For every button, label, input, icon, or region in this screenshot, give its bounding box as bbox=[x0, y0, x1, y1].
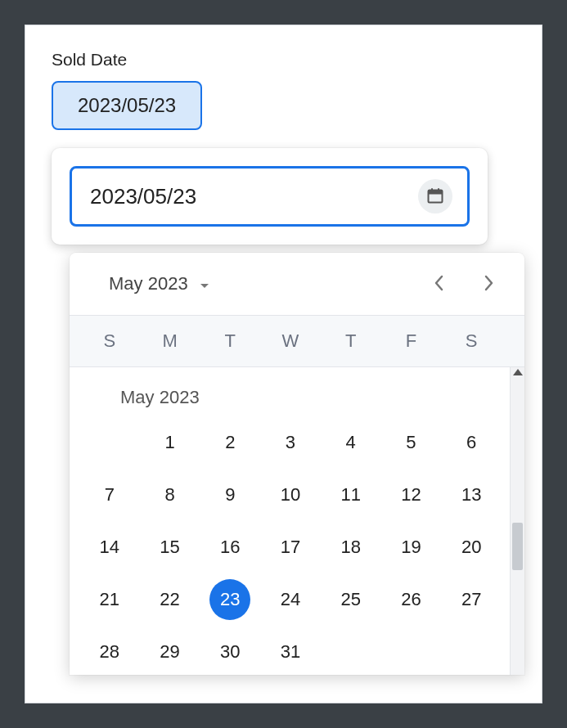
day-cell[interactable]: 5 bbox=[381, 420, 442, 465]
day-cell[interactable]: 14 bbox=[79, 524, 140, 570]
day-cell[interactable]: 24 bbox=[260, 577, 321, 622]
day-cell[interactable]: 13 bbox=[441, 472, 502, 518]
day-cell[interactable]: 6 bbox=[441, 420, 502, 465]
weekday-header-row: SMTWTFS bbox=[70, 315, 524, 367]
day-cell[interactable]: 8 bbox=[140, 472, 200, 518]
calendar-body: May 2023 .123456789101112131415161718192… bbox=[70, 367, 510, 675]
weekday-cell: F bbox=[381, 330, 442, 352]
day-cell[interactable]: 10 bbox=[260, 472, 321, 518]
day-cell[interactable]: 27 bbox=[441, 577, 502, 622]
day-cell[interactable]: 20 bbox=[441, 524, 502, 570]
day-cell[interactable]: 7 bbox=[79, 472, 140, 518]
scrollbar-thumb[interactable] bbox=[512, 523, 523, 570]
month-year-label: May 2023 bbox=[109, 273, 188, 294]
day-cell[interactable]: 4 bbox=[321, 420, 381, 465]
day-cell[interactable]: 25 bbox=[321, 577, 381, 622]
month-year-dropdown[interactable]: May 2023 bbox=[109, 273, 209, 294]
chevron-right-icon bbox=[483, 275, 494, 294]
chevron-left-icon bbox=[434, 275, 445, 294]
date-input-value: 2023/05/23 bbox=[90, 184, 196, 209]
day-cell[interactable]: 30 bbox=[200, 629, 260, 675]
day-cell[interactable]: 29 bbox=[140, 629, 200, 675]
weekday-cell: S bbox=[79, 330, 140, 352]
weekday-cell: W bbox=[260, 330, 321, 352]
day-cell-empty: . bbox=[79, 420, 140, 465]
svg-rect-1 bbox=[429, 190, 443, 194]
calendar-popup: May 2023 SMTWTFS bbox=[70, 253, 524, 675]
day-cell[interactable]: 21 bbox=[79, 577, 140, 622]
calendar-icon-button[interactable] bbox=[418, 179, 452, 213]
day-cell[interactable]: 31 bbox=[260, 629, 321, 675]
svg-rect-2 bbox=[431, 188, 433, 191]
calendar-nav bbox=[426, 271, 502, 297]
day-cell[interactable]: 19 bbox=[381, 524, 442, 570]
form-panel: Sold Date 2023/05/23 2023/05/23 May 2023 bbox=[25, 25, 542, 703]
day-cell[interactable]: 3 bbox=[260, 420, 321, 465]
day-cell[interactable]: 18 bbox=[321, 524, 381, 570]
month-section-label: May 2023 bbox=[79, 369, 502, 420]
day-cell[interactable]: 23 bbox=[200, 577, 260, 622]
sold-date-chip[interactable]: 2023/05/23 bbox=[52, 81, 202, 130]
weekday-cell: T bbox=[321, 330, 381, 352]
day-cell[interactable]: 22 bbox=[140, 577, 200, 622]
day-cell[interactable]: 28 bbox=[79, 629, 140, 675]
day-cell[interactable]: 17 bbox=[260, 524, 321, 570]
day-cell[interactable]: 2 bbox=[200, 420, 260, 465]
day-cell[interactable]: 12 bbox=[381, 472, 442, 518]
field-label-sold-date: Sold Date bbox=[52, 50, 515, 70]
day-cell[interactable]: 9 bbox=[200, 472, 260, 518]
scroll-up-icon bbox=[513, 369, 523, 375]
calendar-header: May 2023 bbox=[70, 253, 524, 315]
days-grid: .123456789101112131415161718192021222324… bbox=[79, 420, 502, 675]
weekday-cell: T bbox=[200, 330, 260, 352]
day-cell[interactable]: 16 bbox=[200, 524, 260, 570]
day-cell[interactable]: 26 bbox=[381, 577, 442, 622]
calendar-scrollbar[interactable] bbox=[510, 367, 524, 675]
prev-month-button[interactable] bbox=[426, 271, 452, 297]
calendar-icon bbox=[425, 186, 445, 208]
date-input[interactable]: 2023/05/23 bbox=[70, 166, 470, 227]
day-cell[interactable]: 1 bbox=[140, 420, 200, 465]
next-month-button[interactable] bbox=[475, 271, 502, 297]
day-cell[interactable]: 11 bbox=[321, 472, 381, 518]
caret-down-icon bbox=[200, 273, 209, 294]
date-input-card: 2023/05/23 bbox=[52, 148, 488, 245]
weekday-cell: M bbox=[140, 330, 200, 352]
svg-rect-3 bbox=[438, 188, 439, 191]
weekday-cell: S bbox=[441, 330, 502, 352]
day-cell[interactable]: 15 bbox=[140, 524, 200, 570]
